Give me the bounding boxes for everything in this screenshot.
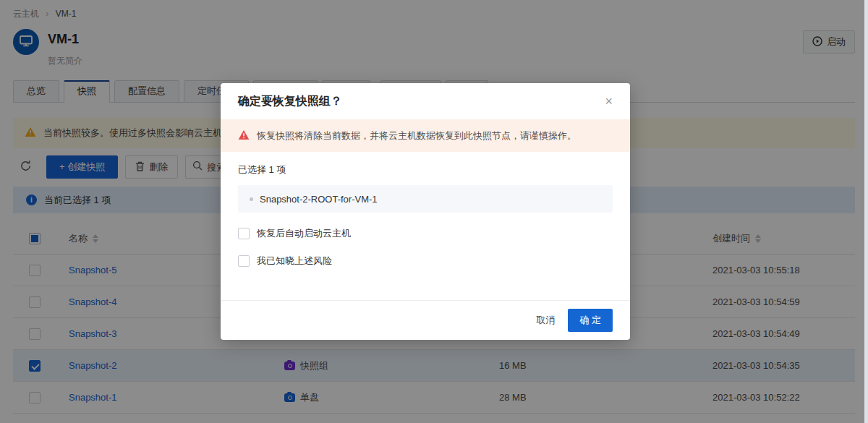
modal-body: 已选择 1 项 Snapshot-2-ROOT-for-VM-1 恢复后自动启动… [221, 152, 630, 268]
confirm-button[interactable]: 确 定 [568, 309, 613, 332]
risk-checkbox-label: 我已知晓上述风险 [257, 255, 332, 268]
alert-triangle-icon [238, 129, 250, 142]
bullet-icon [250, 197, 253, 201]
risk-checkbox-row[interactable]: 我已知晓上述风险 [238, 255, 613, 268]
selected-item-name: Snapshot-2-ROOT-for-VM-1 [260, 194, 378, 205]
modal-title: 确定要恢复快照组？ [238, 94, 342, 109]
modal-header: 确定要恢复快照组？ × [221, 83, 630, 119]
modal-alert: 恢复快照将清除当前数据，并将云主机数据恢复到此快照节点，请谨慎操作。 [221, 119, 630, 152]
autostart-checkbox-row[interactable]: 恢复后自动启动云主机 [238, 227, 613, 240]
autostart-checkbox-label: 恢复后自动启动云主机 [257, 227, 351, 240]
selected-item: Snapshot-2-ROOT-for-VM-1 [238, 185, 613, 213]
close-icon[interactable]: × [605, 95, 613, 108]
autostart-checkbox[interactable] [238, 228, 250, 239]
selected-count-label: 已选择 1 项 [238, 163, 613, 176]
scrollbar[interactable] [864, 0, 868, 423]
restore-snapshot-modal: 确定要恢复快照组？ × 恢复快照将清除当前数据，并将云主机数据恢复到此快照节点，… [221, 83, 630, 340]
modal-footer: 取消 确 定 [221, 300, 630, 340]
modal-alert-text: 恢复快照将清除当前数据，并将云主机数据恢复到此快照节点，请谨慎操作。 [257, 129, 576, 142]
risk-checkbox[interactable] [238, 255, 250, 267]
cancel-button[interactable]: 取消 [536, 314, 555, 327]
